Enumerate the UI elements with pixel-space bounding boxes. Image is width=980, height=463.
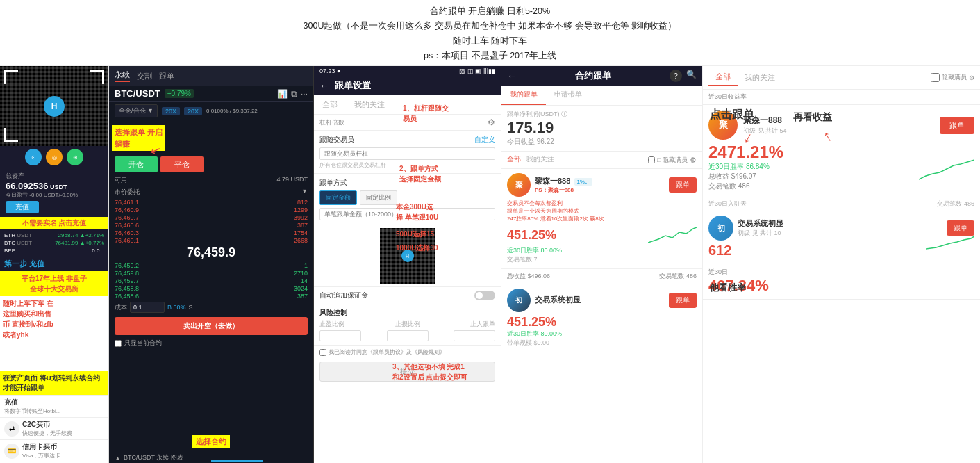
main-trader-info: 聚森一888 初级 见 共计 54 <box>743 115 934 136</box>
trade-count-label: 交易笔数 486 <box>659 272 697 281</box>
sell-button[interactable]: 平仓 <box>160 156 204 172</box>
lever-input[interactable] <box>319 147 495 160</box>
my-tab-following[interactable]: 我的跟单 <box>501 86 546 105</box>
left-panel: H ⊙ ◎ ⊛ 总资产 66.092536 USDT 今日盈亏 -0.00 US… <box>0 66 109 463</box>
second-follow-btn[interactable]: 跟单 <box>947 220 974 236</box>
my-tabs-row: 我的跟单 申请带单 <box>501 86 702 106</box>
today-profit: 今日收益 96.22 <box>507 137 697 147</box>
amount-input[interactable] <box>130 302 165 313</box>
time-display: 07:23 ● <box>319 67 340 74</box>
c2c-section[interactable]: ⇄ C2C买币 快速便捷，无手续费 <box>0 417 108 439</box>
trader-profit-30d: 451.25% <box>507 228 556 243</box>
coin-bee: BEE0.0... <box>4 247 104 254</box>
fixed-ratio-btn[interactable]: 固定比例 <box>360 190 397 205</box>
custom-label[interactable]: 自定义 <box>474 135 495 145</box>
chart-icon[interactable]: 📊 <box>277 89 288 99</box>
buy-button[interactable]: 开仓 <box>115 156 158 172</box>
second-trader-avatar: 初 <box>708 216 733 241</box>
settings-back-btn[interactable]: ← <box>319 80 329 91</box>
trader-stats-row: 451.25% <box>507 225 697 246</box>
order-type-label[interactable]: 市价委托 <box>115 188 140 197</box>
coin-list: ETH USDT 2958.74 ▲+2.71% BTC USDT 76481.… <box>0 229 108 257</box>
second-trader-info: 交易系统初显 初级 见 共计 10 <box>738 218 942 238</box>
second-trader-entry: 初 交易系统初显 初级 见 共计 10 跟单 612 <box>703 211 980 263</box>
traders-tab-mine[interactable]: 我的关注 <box>738 70 782 86</box>
top-banner: 合约跟单 开启躺赚 日利5-20% 300U起做（不是一次会用这么多 交易员在加… <box>0 0 980 66</box>
hide-member-right: 隐藏满员 ⚙ <box>931 73 974 82</box>
ex-icon-1[interactable]: ⊙ <box>25 149 42 165</box>
my-help-icon[interactable]: ? <box>670 70 682 82</box>
leverage-20x-1[interactable]: 20X <box>162 107 180 115</box>
mini-chart-1 <box>648 225 697 246</box>
my-search-icon[interactable]: 🔍 <box>686 70 697 82</box>
stop-loss-row: 只显当前合约 <box>109 337 313 349</box>
second-trader-label: 初级 见 共计 10 <box>738 229 942 238</box>
profit-amount: 175.19 <box>507 119 697 137</box>
hide-member-label: □ 隐藏满员 <box>657 156 688 165</box>
margin-select[interactable]: 全仓/合仓 ▼ <box>115 104 158 117</box>
ex-icon-2[interactable]: ◎ <box>46 149 63 165</box>
sell-open-button[interactable]: 卖出开空（去做） <box>115 317 308 335</box>
my-tab-apply[interactable]: 申请带单 <box>546 86 590 105</box>
main-follow-btn[interactable]: 跟单 <box>940 117 974 134</box>
filter-icon[interactable]: ⚙ <box>488 117 495 127</box>
all-mine-tabs: 全部 我的关注 □ 隐藏满员 ⚙ <box>501 152 702 169</box>
follow-btn-2[interactable]: 跟单 <box>669 293 697 308</box>
charge-title: 充值 <box>4 398 104 407</box>
auto-margin-toggle[interactable] <box>474 291 495 300</box>
stop-profit-input[interactable] <box>319 330 361 341</box>
stop-loss-label: 只显当前合约 <box>124 339 162 348</box>
filter-icon-right[interactable]: ⚙ <box>969 74 974 81</box>
max-follow-input[interactable] <box>454 330 495 341</box>
follow-btn-1[interactable]: 跟单 <box>669 177 697 193</box>
tab-perpetual[interactable]: 永续 <box>115 70 130 82</box>
trading-panel: 永续 交割 跟单 BTC/USDT +0.79% 📊 ⧉ ··· 全仓/合仓 ▼… <box>109 66 314 463</box>
trader-note-detail: 交易员不会每次都盈利 跟单是一个以天为周期的模式 247胜率80% 意着10次里… <box>507 200 697 223</box>
charge-button[interactable]: 充值 <box>6 201 39 213</box>
totals-row: 总收益 $496.06 交易笔数 486 <box>501 269 702 284</box>
tab-mine-traders[interactable]: 我的关注 <box>526 154 554 165</box>
profit-section: 跟单净利润(USDT) ⓘ 175.19 今日收益 96.22 <box>501 106 702 152</box>
tab-all-traders[interactable]: 全部 <box>507 154 521 165</box>
agree-text: 我已阅读并同意《跟单员协议》及《风险规则》 <box>329 348 445 356</box>
hide-filter-icon[interactable]: ⚙ <box>690 156 697 165</box>
ex-icon-3[interactable]: ⊛ <box>67 149 83 165</box>
stats-sep-row: 近30日入驻天交易笔数 486 <box>703 197 980 211</box>
contract-arrow: ▲ <box>115 455 121 462</box>
fixed-amount-btn[interactable]: 固定金额 <box>319 190 357 205</box>
tab-follow[interactable]: 跟单 <box>159 71 174 81</box>
banner-line3: 随时上车 随时下车 <box>0 34 980 49</box>
risk-section: 风险控制 止盈比例止损比例止人跟单 <box>314 304 501 346</box>
my-back-btn[interactable]: ← <box>507 70 517 81</box>
order-type-row: 市价委托 ▼ <box>109 186 313 198</box>
leverage-20x-2[interactable]: 20X <box>184 107 202 115</box>
stop-loss-input[interactable] <box>387 330 429 341</box>
asset-amount: 66.092536 USDT <box>6 181 103 191</box>
ob-buy-2: 76,459.82710 <box>115 269 308 277</box>
ob-buy-4: 76,458.83024 <box>115 284 308 292</box>
copy-icon[interactable]: ⧉ <box>291 89 297 99</box>
hide-member-checkbox[interactable] <box>648 156 655 163</box>
contract-name-text: BTC/USDT 永续 图表 <box>124 453 183 462</box>
traders-tab-all[interactable]: 全部 <box>708 69 738 86</box>
trader-name-2: 交易系统初显 <box>535 295 665 305</box>
tab-delivery[interactable]: 交割 <box>137 71 152 81</box>
bottom-period-label: 近30日 <box>708 268 974 277</box>
trader-card2-top: 初 交易系统初显 跟单 <box>507 289 697 312</box>
follow-tab-all[interactable]: 全部 <box>314 95 346 114</box>
card-section[interactable]: 💳 信用卡买币 Visa，万事达卡 <box>0 439 108 462</box>
risk-label: 风险控制 <box>319 308 495 318</box>
c2c-sub: 快速便捷，无手续费 <box>22 430 72 437</box>
follow-panel: 07:23 ● ▨ ◫ ▣ |||▮▮ ← 跟单设置 全部 我的关注 杠杆倍数 … <box>314 66 501 463</box>
agree-checkbox[interactable] <box>319 349 326 356</box>
period-header: 近30日收益率 <box>703 90 980 105</box>
c2c-icon: ⇄ <box>4 421 19 437</box>
order-percent: 0.0100% / $9,337.22 <box>206 108 258 114</box>
ob-buy-5: 76,458.6387 <box>115 292 308 300</box>
more-icon[interactable]: ··· <box>301 89 308 99</box>
stop-loss-checkbox[interactable] <box>115 340 122 347</box>
hide-member-cb[interactable] <box>931 73 940 82</box>
follow-tab-mine[interactable]: 我的关注 <box>346 95 393 114</box>
hide-member-txt: 隐藏满员 <box>942 73 967 82</box>
asset-note: 在资产页面 将U划转到永续合约才能开始跟单 <box>0 371 108 396</box>
